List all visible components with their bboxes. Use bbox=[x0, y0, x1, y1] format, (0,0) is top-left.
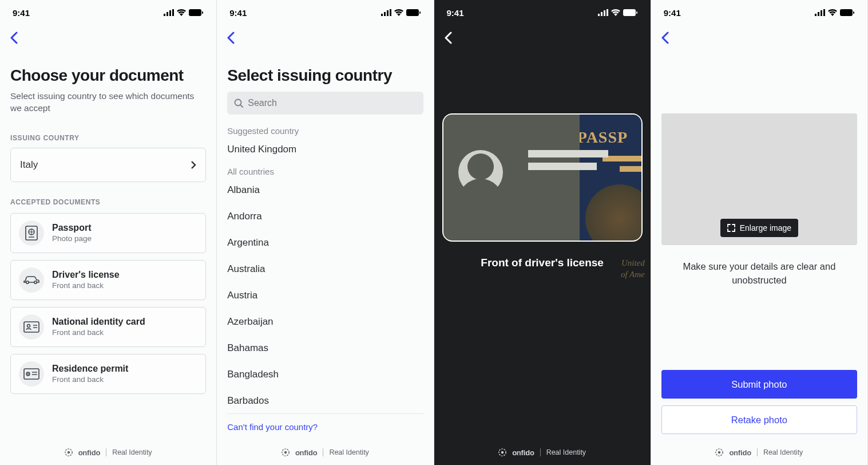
search-icon bbox=[234, 98, 243, 108]
wifi-icon bbox=[611, 9, 620, 16]
wifi-icon bbox=[177, 9, 186, 16]
status-indicators bbox=[381, 9, 421, 16]
svg-rect-40 bbox=[636, 11, 637, 14]
doc-subtitle: Photo page bbox=[52, 234, 92, 243]
document-option-national-id[interactable]: National identity card Front and back bbox=[10, 307, 206, 347]
document-option-residence-permit[interactable]: Residence permit Front and back bbox=[10, 354, 206, 394]
document-option-passport[interactable]: Passport Photo page bbox=[10, 213, 206, 253]
svg-rect-27 bbox=[387, 10, 389, 16]
nav-bar bbox=[651, 25, 867, 50]
back-button[interactable] bbox=[440, 30, 456, 46]
battery-icon bbox=[840, 9, 855, 16]
svg-rect-36 bbox=[601, 12, 603, 16]
country-item[interactable]: Albania bbox=[227, 176, 423, 203]
retake-photo-button[interactable]: Retake photo bbox=[661, 405, 857, 434]
svg-rect-29 bbox=[406, 9, 419, 16]
svg-point-14 bbox=[27, 324, 30, 327]
signal-icon bbox=[815, 9, 825, 16]
doc-title: Residence permit bbox=[52, 364, 128, 374]
screen-select-country: 9:41 Select issuing country Suggested co… bbox=[217, 0, 434, 465]
doc-title: National identity card bbox=[52, 317, 145, 327]
svg-line-32 bbox=[240, 105, 243, 107]
country-item[interactable]: Azerbaijan bbox=[227, 308, 423, 334]
brand-divider bbox=[757, 448, 758, 456]
wifi-icon bbox=[828, 9, 837, 16]
document-option-drivers-license[interactable]: Driver's license Front and back bbox=[10, 260, 206, 300]
page-subtitle: Select issuing country to see which docu… bbox=[10, 90, 206, 115]
id-card-icon bbox=[19, 314, 44, 340]
expand-icon bbox=[727, 224, 735, 232]
back-button[interactable] bbox=[6, 30, 22, 46]
brand-footer: onfido Real Identity bbox=[217, 440, 433, 465]
review-message: Make sure your details are clear and uno… bbox=[661, 260, 857, 287]
issuing-country-label: ISSUING COUNTRY bbox=[10, 134, 206, 142]
country-item[interactable]: Australia bbox=[227, 255, 423, 282]
svg-rect-47 bbox=[840, 9, 853, 16]
status-bar: 9:41 bbox=[0, 0, 216, 25]
screen-choose-document: 9:41 Choose your document Select issuing… bbox=[0, 0, 217, 465]
status-bar: 9:41 bbox=[217, 0, 433, 25]
svg-point-34 bbox=[284, 451, 287, 454]
country-item[interactable]: Argentina bbox=[227, 229, 423, 255]
svg-rect-45 bbox=[821, 10, 822, 16]
svg-rect-2 bbox=[169, 10, 171, 16]
svg-rect-43 bbox=[815, 14, 817, 16]
status-indicators bbox=[815, 9, 855, 16]
status-bar: 9:41 bbox=[434, 0, 651, 25]
camera-viewport: PASSP Front of driver's license United o… bbox=[434, 50, 651, 440]
search-input[interactable] bbox=[248, 98, 416, 108]
country-item[interactable]: Barbados bbox=[227, 387, 423, 411]
signal-icon bbox=[381, 9, 391, 16]
brand-tagline: Real Identity bbox=[112, 448, 152, 456]
status-time: 9:41 bbox=[13, 8, 30, 18]
svg-rect-25 bbox=[381, 14, 383, 16]
cant-find-country-link[interactable]: Can't find your country? bbox=[227, 413, 423, 440]
back-button[interactable] bbox=[657, 30, 673, 46]
page-title: Select issuing country bbox=[227, 66, 423, 85]
search-field[interactable] bbox=[227, 92, 423, 115]
svg-point-11 bbox=[26, 281, 29, 283]
wifi-icon bbox=[394, 9, 403, 16]
doc-title: Driver's license bbox=[52, 270, 120, 280]
brand-tagline: Real Identity bbox=[763, 448, 803, 456]
brand-divider bbox=[323, 448, 323, 456]
battery-icon bbox=[406, 9, 421, 16]
brand-name: onfido bbox=[78, 448, 101, 457]
nav-bar bbox=[434, 25, 651, 50]
svg-rect-13 bbox=[24, 322, 39, 332]
svg-point-12 bbox=[34, 281, 37, 283]
nav-bar bbox=[217, 25, 433, 50]
back-button[interactable] bbox=[223, 30, 239, 46]
country-item[interactable]: Bangladesh bbox=[227, 361, 423, 387]
nav-bar bbox=[0, 25, 216, 50]
screen-capture-front: 9:41 PASSP Front of driver's license bbox=[434, 0, 651, 465]
brand-tagline: Real Identity bbox=[546, 448, 586, 456]
doc-title: Passport bbox=[52, 223, 92, 233]
country-item[interactable]: Austria bbox=[227, 282, 423, 308]
brand-name: onfido bbox=[512, 448, 534, 457]
svg-rect-44 bbox=[818, 12, 819, 16]
status-time: 9:41 bbox=[229, 8, 247, 18]
svg-rect-5 bbox=[202, 11, 203, 14]
content-area: Choose your document Select issuing coun… bbox=[0, 50, 216, 440]
status-time: 9:41 bbox=[664, 8, 681, 18]
car-icon bbox=[19, 267, 44, 293]
screen-review-photo: 9:41 Enlarge image Make sure your detail… bbox=[651, 0, 868, 465]
svg-point-42 bbox=[501, 451, 504, 454]
country-item[interactable]: Andorra bbox=[227, 203, 423, 229]
enlarge-image-button[interactable]: Enlarge image bbox=[720, 219, 798, 237]
issuing-country-selector[interactable]: Italy bbox=[10, 148, 206, 182]
avatar-placeholder-icon bbox=[458, 150, 503, 195]
brand-footer: onfido Real Identity bbox=[651, 440, 867, 465]
brand-footer: onfido Real Identity bbox=[434, 440, 651, 465]
country-item-suggested[interactable]: United Kingdom bbox=[227, 136, 423, 162]
country-item[interactable]: Bahamas bbox=[227, 334, 423, 361]
svg-rect-37 bbox=[604, 10, 605, 16]
submit-photo-button[interactable]: Submit photo bbox=[661, 370, 857, 399]
license-card-graphic bbox=[442, 113, 580, 242]
onfido-logo-icon bbox=[65, 448, 73, 456]
accepted-documents-label: ACCEPTED DOCUMENTS bbox=[10, 198, 206, 206]
status-time: 9:41 bbox=[447, 8, 464, 18]
svg-rect-38 bbox=[607, 9, 608, 16]
signal-icon bbox=[598, 9, 608, 16]
